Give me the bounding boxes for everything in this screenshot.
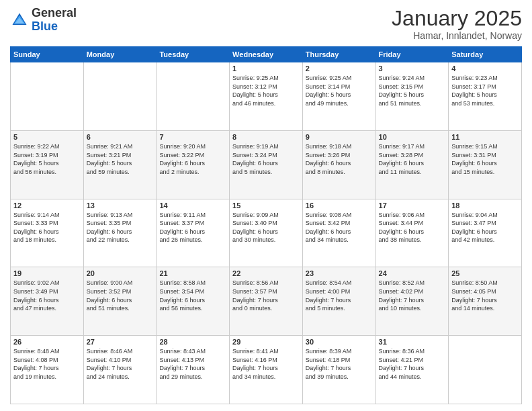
logo-blue: Blue xyxy=(32,19,58,33)
calendar-cell: 21Sunrise: 8:58 AM Sunset: 3:54 PM Dayli… xyxy=(157,267,230,336)
calendar-cell: 2Sunrise: 9:25 AM Sunset: 3:14 PM Daylig… xyxy=(302,62,375,131)
day-number: 19 xyxy=(13,269,81,277)
calendar-cell: 4Sunrise: 9:23 AM Sunset: 3:17 PM Daylig… xyxy=(449,62,522,131)
day-info: Sunrise: 8:58 AM Sunset: 3:54 PM Dayligh… xyxy=(159,279,226,312)
day-number: 20 xyxy=(87,269,154,277)
calendar-header-row: SundayMondayTuesdayWednesdayThursdayFrid… xyxy=(11,47,522,62)
day-info: Sunrise: 9:15 AM Sunset: 3:31 PM Dayligh… xyxy=(451,142,519,176)
col-header-wednesday: Wednesday xyxy=(230,47,303,62)
day-number: 2 xyxy=(306,64,373,73)
logo-text: General Blue xyxy=(32,7,77,34)
day-info: Sunrise: 8:56 AM Sunset: 3:57 PM Dayligh… xyxy=(232,279,300,312)
col-header-tuesday: Tuesday xyxy=(157,47,230,62)
page: General Blue January 2025 Hamar, Innland… xyxy=(0,0,532,411)
day-number: 17 xyxy=(379,201,446,210)
day-info: Sunrise: 9:02 AM Sunset: 3:49 PM Dayligh… xyxy=(13,279,81,312)
title-block: January 2025 Hamar, Innlandet, Norway xyxy=(392,7,522,41)
calendar-cell xyxy=(449,336,522,404)
day-number: 28 xyxy=(159,338,226,346)
calendar-cell: 23Sunrise: 8:54 AM Sunset: 4:00 PM Dayli… xyxy=(302,267,375,336)
calendar-cell: 29Sunrise: 8:41 AM Sunset: 4:16 PM Dayli… xyxy=(230,336,303,404)
calendar-cell: 12Sunrise: 9:14 AM Sunset: 3:33 PM Dayli… xyxy=(11,199,84,267)
calendar-cell: 25Sunrise: 8:50 AM Sunset: 4:05 PM Dayli… xyxy=(449,267,522,336)
calendar-cell: 14Sunrise: 9:11 AM Sunset: 3:37 PM Dayli… xyxy=(157,199,230,267)
day-number: 18 xyxy=(451,201,519,210)
day-info: Sunrise: 9:00 AM Sunset: 3:52 PM Dayligh… xyxy=(87,279,154,312)
header: General Blue January 2025 Hamar, Innland… xyxy=(10,7,522,41)
calendar-cell: 26Sunrise: 8:48 AM Sunset: 4:08 PM Dayli… xyxy=(11,336,84,404)
month-title: January 2025 xyxy=(392,7,522,30)
day-info: Sunrise: 8:36 AM Sunset: 4:21 PM Dayligh… xyxy=(379,347,446,381)
calendar-cell: 31Sunrise: 8:36 AM Sunset: 4:21 PM Dayli… xyxy=(375,336,449,404)
calendar-cell: 1Sunrise: 9:25 AM Sunset: 3:12 PM Daylig… xyxy=(230,62,303,131)
day-info: Sunrise: 8:41 AM Sunset: 4:16 PM Dayligh… xyxy=(232,347,300,381)
day-info: Sunrise: 8:39 AM Sunset: 4:18 PM Dayligh… xyxy=(306,347,373,381)
col-header-friday: Friday xyxy=(375,47,449,62)
calendar-cell: 13Sunrise: 9:13 AM Sunset: 3:35 PM Dayli… xyxy=(83,199,157,267)
calendar-cell: 22Sunrise: 8:56 AM Sunset: 3:57 PM Dayli… xyxy=(230,267,303,336)
calendar-cell: 24Sunrise: 8:52 AM Sunset: 4:02 PM Dayli… xyxy=(375,267,449,336)
day-info: Sunrise: 9:14 AM Sunset: 3:33 PM Dayligh… xyxy=(13,211,81,244)
day-number: 8 xyxy=(232,133,300,141)
day-info: Sunrise: 9:13 AM Sunset: 3:35 PM Dayligh… xyxy=(87,211,154,244)
location: Hamar, Innlandet, Norway xyxy=(392,30,522,41)
day-number: 23 xyxy=(306,269,373,277)
calendar-cell: 10Sunrise: 9:17 AM Sunset: 3:28 PM Dayli… xyxy=(375,130,449,199)
calendar-cell: 11Sunrise: 9:15 AM Sunset: 3:31 PM Dayli… xyxy=(449,130,522,199)
day-info: Sunrise: 9:11 AM Sunset: 3:37 PM Dayligh… xyxy=(159,211,226,244)
day-info: Sunrise: 9:04 AM Sunset: 3:47 PM Dayligh… xyxy=(451,211,519,244)
calendar-cell: 28Sunrise: 8:43 AM Sunset: 4:13 PM Dayli… xyxy=(157,336,230,404)
calendar-cell xyxy=(11,62,84,131)
day-info: Sunrise: 9:23 AM Sunset: 3:17 PM Dayligh… xyxy=(451,74,519,107)
calendar-cell: 7Sunrise: 9:20 AM Sunset: 3:22 PM Daylig… xyxy=(157,130,230,199)
day-number: 15 xyxy=(232,201,300,210)
calendar-cell: 15Sunrise: 9:09 AM Sunset: 3:40 PM Dayli… xyxy=(230,199,303,267)
calendar-week-5: 26Sunrise: 8:48 AM Sunset: 4:08 PM Dayli… xyxy=(11,336,522,404)
col-header-thursday: Thursday xyxy=(302,47,375,62)
day-number: 16 xyxy=(306,201,373,210)
calendar-week-1: 1Sunrise: 9:25 AM Sunset: 3:12 PM Daylig… xyxy=(11,62,522,131)
calendar-cell xyxy=(83,62,157,131)
day-number: 26 xyxy=(13,338,81,346)
calendar-cell: 8Sunrise: 9:19 AM Sunset: 3:24 PM Daylig… xyxy=(230,130,303,199)
day-number: 7 xyxy=(159,133,226,141)
day-number: 24 xyxy=(379,269,446,277)
day-info: Sunrise: 9:22 AM Sunset: 3:19 PM Dayligh… xyxy=(13,142,81,176)
calendar-cell: 16Sunrise: 9:08 AM Sunset: 3:42 PM Dayli… xyxy=(302,199,375,267)
calendar-cell xyxy=(157,62,230,131)
logo: General Blue xyxy=(10,7,77,34)
day-number: 27 xyxy=(87,338,154,346)
day-number: 5 xyxy=(13,133,81,141)
day-number: 6 xyxy=(87,133,154,141)
day-number: 25 xyxy=(451,269,519,277)
day-number: 14 xyxy=(159,201,226,210)
day-info: Sunrise: 9:21 AM Sunset: 3:21 PM Dayligh… xyxy=(87,142,154,176)
day-info: Sunrise: 8:43 AM Sunset: 4:13 PM Dayligh… xyxy=(159,347,226,381)
day-info: Sunrise: 9:25 AM Sunset: 3:14 PM Dayligh… xyxy=(306,74,373,107)
day-number: 1 xyxy=(232,64,300,73)
day-number: 11 xyxy=(451,133,519,141)
day-info: Sunrise: 8:48 AM Sunset: 4:08 PM Dayligh… xyxy=(13,347,81,381)
calendar-cell: 6Sunrise: 9:21 AM Sunset: 3:21 PM Daylig… xyxy=(83,130,157,199)
day-info: Sunrise: 8:52 AM Sunset: 4:02 PM Dayligh… xyxy=(379,279,446,312)
day-info: Sunrise: 8:50 AM Sunset: 4:05 PM Dayligh… xyxy=(451,279,519,312)
day-info: Sunrise: 9:20 AM Sunset: 3:22 PM Dayligh… xyxy=(159,142,226,176)
day-info: Sunrise: 9:06 AM Sunset: 3:44 PM Dayligh… xyxy=(379,211,446,244)
day-info: Sunrise: 9:17 AM Sunset: 3:28 PM Dayligh… xyxy=(379,142,446,176)
day-number: 31 xyxy=(379,338,446,346)
calendar-cell: 30Sunrise: 8:39 AM Sunset: 4:18 PM Dayli… xyxy=(302,336,375,404)
day-number: 22 xyxy=(232,269,300,277)
day-info: Sunrise: 9:08 AM Sunset: 3:42 PM Dayligh… xyxy=(306,211,373,244)
day-number: 12 xyxy=(13,201,81,210)
logo-icon xyxy=(10,11,29,30)
calendar-week-4: 19Sunrise: 9:02 AM Sunset: 3:49 PM Dayli… xyxy=(11,267,522,336)
calendar-cell: 17Sunrise: 9:06 AM Sunset: 3:44 PM Dayli… xyxy=(375,199,449,267)
col-header-monday: Monday xyxy=(83,47,157,62)
col-header-sunday: Sunday xyxy=(11,47,84,62)
calendar-week-2: 5Sunrise: 9:22 AM Sunset: 3:19 PM Daylig… xyxy=(11,130,522,199)
day-number: 3 xyxy=(379,64,446,73)
calendar-table: SundayMondayTuesdayWednesdayThursdayFrid… xyxy=(10,46,522,404)
day-number: 29 xyxy=(232,338,300,346)
calendar-cell: 18Sunrise: 9:04 AM Sunset: 3:47 PM Dayli… xyxy=(449,199,522,267)
day-info: Sunrise: 9:24 AM Sunset: 3:15 PM Dayligh… xyxy=(379,74,446,107)
